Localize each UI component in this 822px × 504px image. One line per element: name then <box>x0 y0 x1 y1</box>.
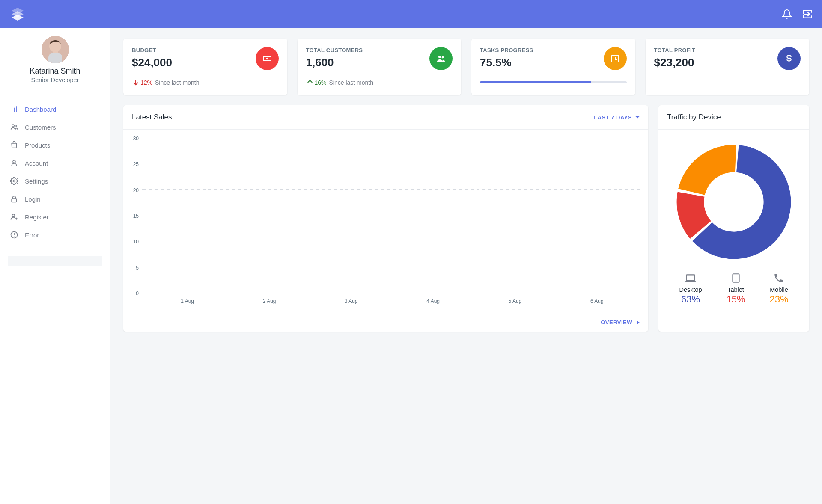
stat-label: TASKS PROGRESS <box>480 47 533 53</box>
stat-value: $24,000 <box>132 56 172 69</box>
sidebar-item-login[interactable]: Login <box>0 190 110 208</box>
delta-value: 12% <box>140 79 152 86</box>
svg-point-3 <box>12 125 14 127</box>
nav-list: DashboardCustomersProductsAccountSetting… <box>0 92 110 252</box>
nav-label: Login <box>25 196 41 203</box>
gear-icon <box>9 176 19 186</box>
people-icon <box>9 122 19 132</box>
y-axis: 302520151050 <box>129 136 142 308</box>
panel-title: Traffic by Device <box>667 113 721 122</box>
progress-fill <box>480 81 591 83</box>
bar-chart-icon <box>9 104 19 114</box>
sidebar-item-error[interactable]: Error <box>0 226 110 244</box>
stat-label: TOTAL CUSTOMERS <box>306 47 363 53</box>
sidebar-item-account[interactable]: Account <box>0 154 110 172</box>
x-axis: 1 Aug2 Aug3 Aug4 Aug5 Aug6 Aug <box>142 298 642 308</box>
svg-point-8 <box>12 214 15 217</box>
stat-card-profit: TOTAL PROFIT $23,200 <box>646 39 810 95</box>
sidebar-item-dashboard[interactable]: Dashboard <box>0 100 110 118</box>
profile-name: Katarina Smith <box>0 67 110 76</box>
device-legend: Desktop63%Tablet15%Mobile23% <box>667 273 801 305</box>
delta-value: 16% <box>315 79 327 86</box>
latest-sales-panel: Latest Sales LAST 7 DAYS 302520151050 1 … <box>123 105 648 332</box>
person-add-icon <box>9 212 19 222</box>
stat-label: BUDGET <box>132 47 172 53</box>
chevron-right-icon <box>637 320 640 325</box>
device-icon <box>769 273 788 284</box>
x-tick: 4 Aug <box>425 298 442 308</box>
main-content: BUDGET $24,000 12% Since last month <box>110 28 822 504</box>
traffic-panel: Traffic by Device Desktop63%Tablet15%Mob… <box>658 105 809 332</box>
device-pct: 15% <box>727 294 745 305</box>
sidebar: Katarina Smith Senior Developer Dashboar… <box>0 28 110 504</box>
device-label: Desktop <box>679 286 702 293</box>
x-tick: 6 Aug <box>588 298 605 308</box>
device-desktop: Desktop63% <box>679 273 702 305</box>
overview-button[interactable]: OVERVIEW <box>601 319 640 326</box>
sidebar-item-register[interactable]: Register <box>0 208 110 226</box>
sidebar-item-settings[interactable]: Settings <box>0 172 110 190</box>
sidebar-item-customers[interactable]: Customers <box>0 118 110 136</box>
overview-label: OVERVIEW <box>601 319 632 326</box>
nav-label: Register <box>25 213 49 221</box>
device-pct: 23% <box>769 294 788 305</box>
x-tick: 5 Aug <box>506 298 524 308</box>
topbar <box>0 0 822 28</box>
svg-point-13 <box>442 56 444 59</box>
person-icon <box>9 158 19 168</box>
stat-value: 1,600 <box>306 56 363 69</box>
device-label: Tablet <box>727 286 745 293</box>
x-tick: 3 Aug <box>342 298 360 308</box>
nav-label: Customers <box>25 124 56 131</box>
stat-card-budget: BUDGET $24,000 12% Since last month <box>123 39 287 95</box>
delta-up: 16% <box>306 79 327 86</box>
svg-rect-7 <box>12 199 17 202</box>
device-icon <box>679 273 702 284</box>
range-dropdown[interactable]: LAST 7 DAYS <box>594 114 640 121</box>
nav-label: Account <box>25 160 48 167</box>
nav-label: Error <box>25 231 39 239</box>
avatar[interactable] <box>42 36 69 63</box>
device-label: Mobile <box>769 286 788 293</box>
device-tablet: Tablet15% <box>727 273 745 305</box>
lock-icon <box>9 194 19 204</box>
svg-point-12 <box>438 56 441 58</box>
traffic-donut-chart <box>667 140 801 264</box>
bars-container <box>142 136 642 296</box>
device-mobile: Mobile23% <box>769 273 788 305</box>
svg-point-5 <box>13 160 15 163</box>
device-pct: 63% <box>679 294 702 305</box>
logout-icon[interactable] <box>801 8 813 20</box>
svg-point-4 <box>15 125 17 127</box>
since-text: Since last month <box>155 79 200 86</box>
panel-title: Latest Sales <box>132 113 172 122</box>
stat-card-tasks: TASKS PROGRESS 75.5% <box>471 39 635 95</box>
shopping-bag-icon <box>9 140 19 150</box>
delta-down: 12% <box>132 79 152 86</box>
stat-value: $23,200 <box>654 56 696 69</box>
svg-point-11 <box>266 58 268 59</box>
progress-bar <box>480 81 627 83</box>
nav-label: Dashboard <box>25 106 56 113</box>
notifications-icon[interactable] <box>781 8 793 20</box>
range-label: LAST 7 DAYS <box>594 114 632 121</box>
upgrade-placeholder <box>8 256 102 266</box>
stat-label: TOTAL PROFIT <box>654 47 696 53</box>
logo[interactable] <box>9 5 27 23</box>
since-text: Since last month <box>329 79 374 86</box>
profile-role: Senior Developer <box>0 77 110 83</box>
alert-icon <box>9 230 19 240</box>
chart-icon <box>604 47 627 70</box>
nav-label: Settings <box>25 178 48 185</box>
stat-value: 75.5% <box>480 56 533 69</box>
people-icon <box>429 47 453 70</box>
x-tick: 2 Aug <box>261 298 278 308</box>
svg-rect-18 <box>686 275 695 280</box>
stat-card-customers: TOTAL CUSTOMERS 1,600 16% Since last mon… <box>298 39 462 95</box>
dollar-icon <box>777 47 801 70</box>
chevron-down-icon <box>635 115 640 119</box>
sidebar-item-products[interactable]: Products <box>0 136 110 154</box>
svg-point-6 <box>13 180 15 182</box>
x-tick: 1 Aug <box>179 298 196 308</box>
nav-label: Products <box>25 142 50 149</box>
